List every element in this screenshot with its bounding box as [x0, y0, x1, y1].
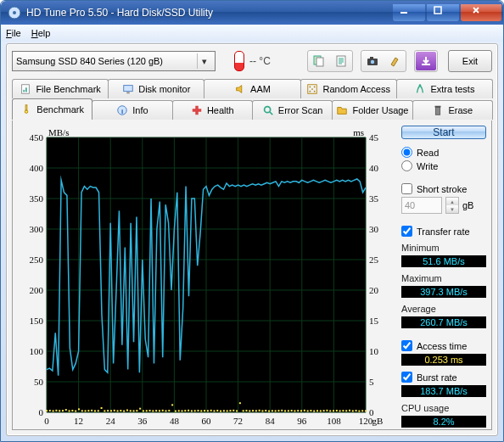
- svg-rect-31: [435, 106, 441, 108]
- burst-rate-checkbox[interactable]: Burst rate: [401, 372, 486, 383]
- temperature-readout: -- °C: [234, 51, 271, 71]
- maximum-label: Maximum: [401, 273, 486, 283]
- window-title: HD Tune Pro 5.50 - Hard Disk/SSD Utility: [26, 7, 393, 19]
- tab-benchmark[interactable]: Benchmark: [12, 98, 92, 120]
- transfer-rate-checkbox[interactable]: Transfer rate: [401, 226, 486, 237]
- save-button[interactable]: [416, 52, 436, 70]
- svg-rect-6: [337, 56, 345, 66]
- average-value: 260.7MB/s: [401, 316, 486, 328]
- svg-rect-9: [370, 57, 373, 59]
- exit-button[interactable]: Exit: [448, 50, 492, 72]
- svg-point-8: [371, 60, 374, 64]
- svg-rect-14: [124, 86, 133, 92]
- tabs-row-upper: File BenchmarkDisk monitorAAMRandom Acce…: [7, 78, 497, 98]
- write-radio[interactable]: Write: [401, 160, 486, 171]
- average-label: Average: [401, 304, 486, 314]
- tab-disk-monitor[interactable]: Disk monitor: [108, 79, 204, 98]
- svg-rect-3: [434, 7, 441, 14]
- short-stroke-value[interactable]: 40: [401, 197, 442, 214]
- tab-folder-usage[interactable]: Folder Usage: [332, 100, 412, 120]
- svg-text:i: i: [121, 108, 123, 115]
- thermometer-icon: [234, 51, 244, 71]
- burst-rate-value: 183.7MB/s: [401, 385, 486, 397]
- copy-text-button[interactable]: [331, 52, 351, 70]
- toolbar: Samsung SSD 840 Series (120 gB) ▾ -- °C …: [7, 44, 497, 78]
- svg-point-1: [13, 11, 16, 14]
- menu-file[interactable]: File: [6, 28, 21, 38]
- minimum-label: Minimum: [401, 243, 486, 253]
- tab-error-scan[interactable]: Error Scan: [252, 100, 333, 120]
- minimize-button[interactable]: [393, 4, 425, 21]
- drive-select-value: Samsung SSD 840 Series (120 gB): [16, 56, 163, 66]
- side-panel: Start Read Write Short stroke 40 ▲▼ gB T…: [401, 126, 486, 424]
- svg-point-23: [25, 110, 29, 114]
- tab-info[interactable]: iInfo: [92, 100, 172, 120]
- svg-rect-2: [400, 12, 407, 14]
- svg-rect-28: [193, 109, 202, 112]
- svg-rect-5: [316, 58, 323, 66]
- short-stroke-checkbox[interactable]: Short stroke: [401, 183, 486, 194]
- svg-point-19: [312, 88, 314, 90]
- svg-point-22: [419, 84, 422, 87]
- svg-point-21: [314, 91, 316, 92]
- tab-extra-tests[interactable]: Extra tests: [396, 79, 493, 98]
- tab-random-access[interactable]: Random Access: [300, 79, 397, 98]
- chevron-down-icon: ▾: [197, 53, 211, 69]
- svg-rect-13: [25, 87, 27, 92]
- svg-point-17: [310, 87, 311, 88]
- maximum-value: 397.3MB/s: [401, 286, 486, 298]
- svg-rect-10: [422, 64, 430, 65]
- svg-point-20: [310, 91, 311, 92]
- titlebar: HD Tune Pro 5.50 - Hard Disk/SSD Utility: [1, 1, 503, 25]
- minimum-value: 51.6MB/s: [401, 255, 486, 267]
- menubar: File Help: [1, 25, 503, 42]
- tab-file-benchmark[interactable]: File Benchmark: [12, 79, 109, 98]
- tab-panel-benchmark: Start Read Write Short stroke 40 ▲▼ gB T…: [12, 120, 492, 430]
- short-stroke-spinner[interactable]: ▲▼: [445, 197, 459, 214]
- app-icon: [8, 6, 21, 20]
- read-radio[interactable]: Read: [401, 147, 486, 158]
- close-button[interactable]: [461, 4, 501, 21]
- tab-aam[interactable]: AAM: [204, 79, 300, 98]
- svg-rect-24: [25, 105, 27, 110]
- cpu-usage-value: 8.2%: [401, 416, 486, 428]
- access-time-value: 0.253ms: [401, 354, 486, 366]
- screenshot-button[interactable]: [362, 52, 383, 70]
- svg-rect-15: [126, 92, 130, 94]
- svg-rect-30: [436, 108, 440, 115]
- svg-rect-12: [24, 90, 25, 92]
- cpu-usage-label: CPU usage: [401, 403, 486, 413]
- settings-button[interactable]: [384, 52, 405, 70]
- svg-point-29: [264, 107, 270, 113]
- access-time-checkbox[interactable]: Access time: [401, 340, 486, 351]
- maximize-button[interactable]: [427, 4, 459, 21]
- drive-select[interactable]: Samsung SSD 840 Series (120 gB) ▾: [12, 51, 216, 71]
- tab-erase[interactable]: Erase: [412, 100, 493, 120]
- svg-point-18: [314, 87, 316, 88]
- benchmark-chart: [18, 126, 396, 424]
- menu-help[interactable]: Help: [31, 28, 51, 38]
- start-button[interactable]: Start: [401, 126, 486, 139]
- copy-info-button[interactable]: [309, 52, 329, 70]
- tabs-row-lower: BenchmarkiInfoHealthError ScanFolder Usa…: [7, 98, 497, 120]
- tab-health[interactable]: Health: [172, 100, 253, 120]
